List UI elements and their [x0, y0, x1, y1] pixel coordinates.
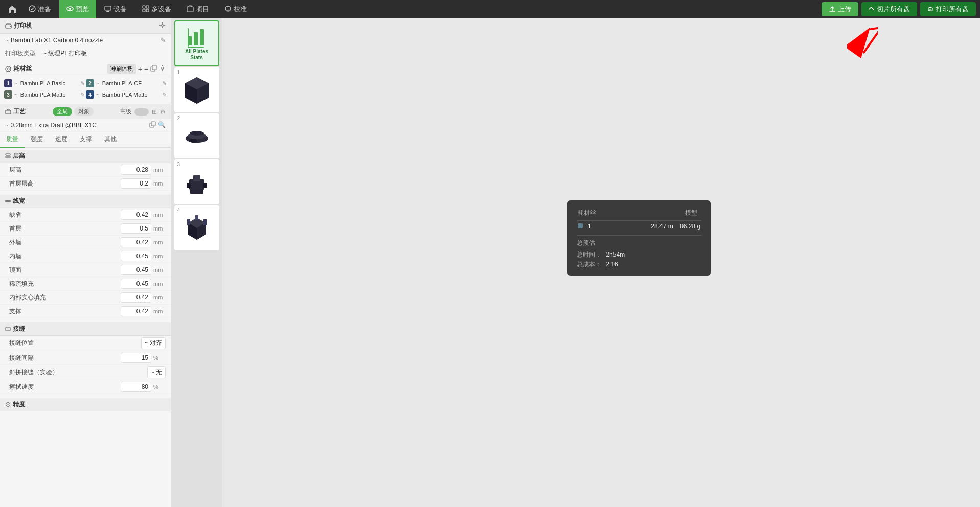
support-input[interactable] — [121, 306, 151, 316]
upload-button[interactable]: 上传 — [822, 2, 858, 16]
filament-num-4: 4 — [86, 90, 94, 99]
plate-2-thumb — [179, 118, 215, 154]
filament-item-1[interactable]: 1 ~ Bambu PLA Basic ✎ — [4, 78, 85, 88]
internal-solid-input[interactable] — [121, 292, 151, 303]
svg-rect-45 — [190, 190, 203, 194]
sparse-infill-row: 稀疏填充 mm — [0, 277, 171, 291]
top-surface-input[interactable] — [121, 265, 151, 275]
svg-point-15 — [6, 66, 11, 72]
nav-project[interactable]: 项目 — [179, 0, 216, 18]
filament-copy-icon[interactable] — [150, 65, 157, 73]
plate-item-3[interactable]: 3 — [174, 159, 219, 204]
layer-height-group-title[interactable]: 层高 — [0, 150, 171, 163]
tab-strength[interactable]: 强度 — [25, 132, 49, 148]
tab-speed[interactable]: 速度 — [49, 132, 74, 148]
plate-type-dropdown[interactable]: ~ 纹理PE打印板 — [43, 49, 87, 58]
filament-item-3[interactable]: 3 ~ Bambu PLA Matte ✎ — [4, 89, 85, 100]
plate-4-model — [179, 210, 215, 246]
sparse-infill-input[interactable] — [121, 279, 151, 289]
advanced-toggle[interactable] — [134, 108, 149, 116]
tab-support[interactable]: 支撑 — [74, 132, 98, 148]
tab-quality[interactable]: 质量 — [0, 132, 25, 148]
svg-rect-4 — [106, 11, 109, 12]
home-button[interactable] — [4, 1, 20, 17]
support-row: 支撑 mm — [0, 305, 171, 318]
line-width-group-icon — [5, 198, 11, 204]
slice-all-button[interactable]: 切片所有盘 — [861, 2, 917, 16]
svg-rect-32 — [188, 28, 189, 47]
internal-solid-row: 内部实心填充 mm — [0, 291, 171, 305]
canvas-area[interactable]: 耗材丝 模型 1 28.47 m 86.28 g — [222, 18, 980, 507]
craft-tag-object[interactable]: 对象 — [74, 107, 94, 116]
craft-title: 工艺 — [5, 107, 26, 116]
svg-point-2 — [69, 8, 71, 10]
precision-group-title[interactable]: 精度 — [0, 398, 171, 411]
filament-1-edit[interactable]: ✎ — [80, 80, 85, 87]
outer-wall-row: 外墙 mm — [0, 236, 171, 249]
printer-settings-icon[interactable] — [159, 22, 166, 30]
svg-point-14 — [162, 24, 164, 26]
filament-settings-icon[interactable] — [159, 65, 166, 73]
filament-item-2[interactable]: 2 ~ Bambu PLA-CF ✎ — [86, 78, 167, 88]
nav-device-label: 设备 — [113, 5, 127, 14]
nav-prepare[interactable]: 准备 — [21, 0, 58, 18]
nav-device[interactable]: 设备 — [97, 0, 134, 18]
craft-tag-advanced: 高级 — [120, 108, 131, 116]
filament-icon — [5, 66, 11, 72]
seam-gap-input[interactable] — [121, 353, 151, 363]
craft-tag-global[interactable]: 全局 — [53, 107, 72, 116]
svg-rect-18 — [152, 65, 156, 70]
outer-wall-input[interactable] — [121, 237, 151, 247]
nav-preview[interactable]: 预览 — [59, 0, 96, 18]
stats-panel: 耗材丝 模型 1 28.47 m 86.28 g — [567, 200, 711, 276]
seam-group-title[interactable]: 接缝 — [0, 322, 171, 336]
plate-item-1[interactable]: 1 — [174, 67, 219, 112]
plate-3-model — [179, 164, 215, 200]
printer-name-row[interactable]: ~ Bambu Lab X1 Carbon 0.4 nozzle ✎ — [0, 34, 171, 47]
diagonal-seam-row: 斜拼接缝（实验） ~ 无 — [0, 365, 171, 380]
precision-group-icon — [5, 402, 11, 407]
inner-wall-input[interactable] — [121, 251, 151, 261]
preset-search-icon[interactable]: 🔍 — [158, 121, 166, 129]
layer-height-input[interactable] — [121, 165, 151, 175]
main-layout: 打印机 ~ Bambu Lab X1 Carbon 0.4 nozzle ✎ 打… — [0, 18, 980, 507]
nav-multi[interactable]: 多设备 — [135, 0, 178, 18]
filament-item-4[interactable]: 4 ~ Bambu PLA Matte ✎ — [86, 89, 167, 100]
svg-rect-50 — [187, 219, 190, 225]
all-plates-stats-icon — [186, 26, 208, 49]
plate-item-4[interactable]: 4 — [174, 205, 219, 250]
filament-minus-icon[interactable]: − — [144, 65, 148, 73]
nav-calibrate-label: 校准 — [234, 5, 247, 14]
tab-other[interactable]: 其他 — [98, 132, 123, 148]
first-layer-height-input[interactable] — [121, 178, 151, 189]
filament-3-edit[interactable]: ✎ — [80, 91, 85, 98]
svg-rect-31 — [188, 47, 204, 48]
svg-rect-3 — [105, 6, 111, 10]
all-plates-stats[interactable]: All Plates Stats — [174, 20, 219, 66]
filament-4-edit[interactable]: ✎ — [162, 91, 167, 98]
nav-calibrate[interactable]: 校准 — [217, 0, 254, 18]
default-width-input[interactable] — [121, 210, 151, 220]
seam-pos-dropdown[interactable]: ~ 对齐 — [141, 337, 166, 349]
wipe-speed-input[interactable] — [121, 382, 151, 392]
craft-layout-icon[interactable]: ⊞ — [152, 108, 157, 116]
print-all-button[interactable]: 打印所有盘 — [920, 2, 976, 16]
plate-item-2[interactable]: 2 — [174, 113, 219, 158]
filament-2-edit[interactable]: ✎ — [162, 80, 167, 87]
filament-add-icon[interactable]: + — [138, 65, 142, 73]
layer-height-group: 层高 层高 mm 首层层高 mm — [0, 148, 171, 193]
flush-volume-button[interactable]: 冲刷体积 — [107, 64, 136, 74]
filament-num-2: 2 — [86, 79, 94, 87]
svg-rect-23 — [6, 154, 10, 155]
filament-num-1: 1 — [4, 79, 12, 87]
svg-point-19 — [162, 67, 164, 69]
preset-copy-icon[interactable] — [149, 121, 156, 129]
craft-right: 高级 ⊞ ⚙ — [120, 108, 166, 116]
printer-edit-icon[interactable]: ✎ — [161, 37, 166, 44]
craft-settings-icon[interactable]: ⚙ — [160, 108, 166, 116]
svg-point-27 — [8, 404, 9, 405]
line-width-group-title[interactable]: 线宽 — [0, 195, 171, 208]
diagonal-seam-dropdown[interactable]: ~ 无 — [147, 366, 166, 378]
all-plates-stats-label: All Plates Stats — [185, 49, 208, 61]
first-layer-width-input[interactable] — [121, 223, 151, 234]
